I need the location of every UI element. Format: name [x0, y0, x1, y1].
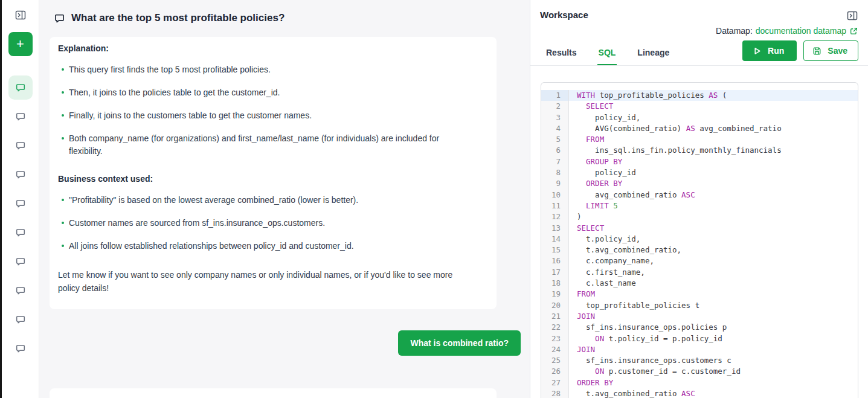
bullet-item: Customer names are sourced from sf_ins.i…	[58, 217, 475, 229]
datamap-label: Datamap:	[716, 26, 753, 36]
sidebar-chat-item-5[interactable]	[8, 191, 33, 216]
code-line-21[interactable]: 21JOIN	[541, 311, 858, 322]
code-line-10[interactable]: 10 avg_combined_ratio ASC	[541, 190, 858, 201]
line-number: 14	[541, 234, 569, 245]
explanation-bullet-list: This query first finds the top 5 most pr…	[58, 63, 488, 158]
code-line-16[interactable]: 16 c.company_name,	[541, 255, 858, 266]
sidebar-chat-item-6[interactable]	[8, 220, 33, 245]
code-text: avg_combined_ratio ASC	[569, 190, 858, 201]
code-line-5[interactable]: 5 FROM	[541, 134, 858, 145]
line-number: 15	[541, 245, 569, 255]
code-text: sf_ins.insurance_ops.customers c	[569, 355, 858, 366]
code-line-27[interactable]: 27ORDER BY	[541, 377, 858, 388]
code-text: JOIN	[569, 344, 858, 355]
sidebar-chat-item-4[interactable]	[8, 162, 33, 187]
new-chat-button[interactable]: +	[8, 32, 33, 56]
line-number: 8	[541, 167, 569, 178]
code-text: sf_ins.insurance_ops.policies p	[569, 322, 858, 333]
bullet-item: "Profitability" is based on the lowest a…	[58, 194, 475, 207]
workspace-title: Workspace	[540, 10, 588, 20]
external-link-icon[interactable]	[849, 27, 858, 36]
code-text: JOIN	[569, 311, 858, 322]
line-number: 27	[541, 377, 569, 388]
code-line-9[interactable]: 9 ORDER BY	[541, 178, 858, 189]
line-number: 5	[541, 134, 569, 145]
code-text: c.company_name,	[569, 255, 858, 266]
code-line-1[interactable]: 1WITH top_profitable_policies AS (	[541, 90, 858, 101]
sidebar-chat-item-10[interactable]	[8, 336, 33, 361]
code-text: AVG(combined_ratio) AS avg_combined_rati…	[569, 123, 858, 134]
code-text: ORDER BY	[569, 178, 858, 189]
user-followup-message[interactable]: What is combined ratio?	[398, 330, 521, 356]
tab-lineage[interactable]: Lineage	[636, 43, 670, 65]
code-line-7[interactable]: 7 GROUP BY	[541, 156, 858, 167]
code-line-15[interactable]: 15 t.avg_combined_ratio,	[541, 245, 858, 255]
code-line-11[interactable]: 11 LIMIT 5	[541, 201, 858, 211]
tab-sql[interactable]: SQL	[597, 43, 617, 65]
sidebar-chat-item-9[interactable]	[8, 307, 33, 332]
workspace-panel: Workspace Datamap: documentation datamap	[530, 0, 868, 398]
code-text: )	[569, 211, 858, 222]
sidebar-chat-item-2[interactable]	[8, 104, 33, 129]
code-text: policy_id	[569, 167, 858, 178]
run-button-label: Run	[768, 46, 784, 56]
code-line-25[interactable]: 25 sf_ins.insurance_ops.customers c	[541, 355, 858, 366]
line-number: 3	[541, 112, 569, 123]
code-text: WITH top_profitable_policies AS (	[569, 90, 858, 101]
context-heading: Business context used:	[58, 174, 488, 184]
line-number: 17	[541, 267, 569, 278]
code-line-3[interactable]: 3 policy_id,	[541, 112, 858, 123]
line-number: 4	[541, 123, 569, 134]
code-line-22[interactable]: 22 sf_ins.insurance_ops.policies p	[541, 322, 858, 333]
datamap-link[interactable]: documentation datamap	[756, 26, 846, 36]
workspace-collapse-icon[interactable]	[846, 10, 858, 22]
sidebar-chat-item-7[interactable]	[8, 249, 33, 274]
sidebar-chat-item-3[interactable]	[8, 133, 33, 158]
user-message-row: What is combined ratio?	[39, 330, 530, 356]
code-line-4[interactable]: 4 AVG(combined_ratio) AS avg_combined_ra…	[541, 123, 858, 134]
code-text: top_profitable_policies t	[569, 300, 858, 311]
code-line-19[interactable]: 19FROM	[541, 289, 858, 300]
code-line-23[interactable]: 23 ON t.policy_id = p.policy_id	[541, 333, 858, 344]
code-line-13[interactable]: 13SELECT	[541, 223, 858, 234]
code-line-18[interactable]: 18 c.last_name	[541, 278, 858, 289]
followup-answer-card: The combined ratio is a key insurance pr…	[50, 388, 497, 398]
save-icon	[812, 46, 822, 56]
line-number: 19	[541, 289, 569, 300]
chat-bubble-icon	[15, 82, 26, 93]
code-line-14[interactable]: 14 t.policy_id,	[541, 234, 858, 245]
line-number: 9	[541, 178, 569, 189]
code-line-20[interactable]: 20 top_profitable_policies t	[541, 300, 858, 311]
code-line-24[interactable]: 24JOIN	[541, 344, 858, 355]
chat-bubble-icon	[15, 227, 26, 238]
code-line-28[interactable]: 28 t.avg_combined_ratio ASC	[541, 388, 858, 398]
chat-bubble-icon	[15, 111, 26, 122]
line-number: 1	[541, 90, 569, 101]
datamap-row: Datamap: documentation datamap	[540, 26, 858, 36]
sidebar-collapse-icon[interactable]	[14, 8, 27, 22]
line-number: 18	[541, 278, 569, 289]
context-bullet-list: "Profitability" is based on the lowest a…	[58, 194, 488, 252]
code-line-26[interactable]: 26 ON p.customer_id = c.customer_id	[541, 366, 858, 377]
bullet-item: Finally, it joins to the customers table…	[58, 109, 475, 122]
bullet-item: This query first finds the top 5 most pr…	[58, 63, 475, 76]
line-number: 22	[541, 322, 569, 333]
bullet-item: Both company_name (for organizations) an…	[58, 132, 475, 158]
code-line-12[interactable]: 12)	[541, 211, 858, 222]
code-line-8[interactable]: 8 policy_id	[541, 167, 858, 178]
sidebar-chat-item-1[interactable]	[8, 75, 33, 100]
chat-main-area: What are the top 5 most profitable polic…	[39, 0, 530, 398]
run-button[interactable]: Run	[742, 40, 797, 61]
chat-bubble-icon	[54, 13, 65, 24]
line-number: 24	[541, 344, 569, 355]
line-number: 12	[541, 211, 569, 222]
code-line-2[interactable]: 2 SELECT	[541, 101, 858, 112]
code-line-6[interactable]: 6 ins_sql.ins_fin.policy_monthly_financi…	[541, 145, 858, 156]
sql-code-lines: 1WITH top_profitable_policies AS (2 SELE…	[541, 90, 858, 398]
sidebar-chat-item-8[interactable]	[8, 278, 33, 303]
sql-editor[interactable]: 1WITH top_profitable_policies AS (2 SELE…	[541, 82, 858, 398]
tab-results[interactable]: Results	[545, 43, 578, 65]
chat-history-list	[8, 75, 33, 361]
save-button[interactable]: Save	[803, 40, 858, 61]
code-line-17[interactable]: 17 c.first_name,	[541, 267, 858, 278]
